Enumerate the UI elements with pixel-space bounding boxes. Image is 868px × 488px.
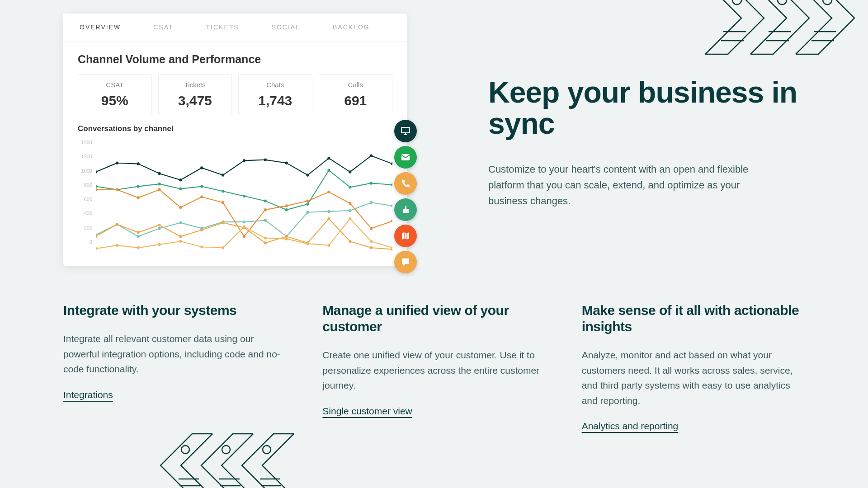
chart-series-green bbox=[96, 170, 392, 210]
metric-label: Calls bbox=[319, 81, 392, 89]
chart-point bbox=[306, 211, 309, 214]
chart-point bbox=[370, 240, 373, 243]
chart-point bbox=[137, 246, 140, 249]
feature-link[interactable]: Integrations bbox=[63, 389, 113, 400]
chart-point bbox=[306, 199, 309, 202]
chart-point bbox=[137, 231, 140, 234]
chart-point bbox=[158, 243, 160, 246]
chart-point bbox=[243, 221, 245, 224]
chart-point bbox=[370, 154, 373, 157]
feature-link[interactable]: Analytics and reporting bbox=[582, 421, 679, 431]
feature-column-2: Make sense of it all with actionable ins… bbox=[582, 302, 805, 432]
y-tick: 0 bbox=[78, 239, 92, 244]
feature-link[interactable]: Single customer view bbox=[322, 406, 412, 416]
chart-point bbox=[179, 188, 182, 191]
metric-label: Tickets bbox=[159, 81, 232, 89]
chart-area: 1400120010008006004002000 bbox=[78, 140, 392, 253]
chart-point bbox=[285, 208, 288, 211]
chart-point bbox=[349, 217, 351, 221]
chart-point bbox=[349, 240, 351, 243]
chart-point bbox=[222, 190, 224, 193]
chart-point bbox=[391, 183, 392, 187]
metric-tickets: Tickets3,475 bbox=[158, 74, 232, 115]
chart-point bbox=[96, 185, 97, 188]
mail-icon[interactable] bbox=[394, 146, 417, 169]
tab-bar: OVERVIEWCSATTICKETSSOCIALBACKLOG bbox=[63, 14, 407, 42]
chart-point bbox=[264, 241, 267, 244]
svg-point-6 bbox=[222, 446, 230, 454]
card-title: Channel Volume and Performance bbox=[78, 53, 392, 66]
chart-point bbox=[264, 219, 267, 222]
thumbs-up-icon[interactable] bbox=[394, 198, 417, 221]
chart-point bbox=[158, 188, 160, 191]
decorative-chevrons-right bbox=[696, 0, 868, 63]
metric-csat: CSAT95% bbox=[78, 74, 152, 115]
map-icon[interactable] bbox=[394, 225, 417, 247]
chart-point bbox=[285, 204, 288, 207]
svg-point-7 bbox=[181, 446, 189, 454]
y-tick: 800 bbox=[78, 182, 92, 188]
chart-point bbox=[349, 202, 351, 205]
chart-point bbox=[264, 199, 267, 202]
svg-point-4 bbox=[823, 0, 832, 5]
chart-point bbox=[264, 237, 267, 240]
chart-point bbox=[137, 185, 140, 188]
chart-point bbox=[96, 188, 97, 191]
chat-icon[interactable] bbox=[394, 251, 417, 273]
chart-point bbox=[179, 178, 182, 182]
chart-point bbox=[222, 201, 224, 204]
chart-point bbox=[243, 195, 245, 198]
chart-point bbox=[243, 225, 245, 229]
chart-point bbox=[285, 162, 288, 165]
chart-point bbox=[179, 221, 182, 225]
metric-label: Chats bbox=[239, 81, 312, 89]
y-tick: 200 bbox=[78, 225, 92, 230]
chart-point bbox=[264, 158, 267, 161]
chart-point bbox=[116, 162, 118, 165]
y-tick: 600 bbox=[78, 197, 92, 202]
chart-point bbox=[222, 174, 224, 177]
y-tick: 400 bbox=[78, 211, 92, 216]
hero-description: Customize to your heart's content with a… bbox=[488, 161, 760, 209]
chart-point bbox=[349, 209, 351, 212]
tab-social[interactable]: SOCIAL bbox=[255, 14, 316, 42]
svg-rect-0 bbox=[401, 127, 410, 133]
chart-point bbox=[200, 196, 203, 199]
feature-column-1: Manage a unified view of your customerCr… bbox=[322, 302, 545, 432]
chart-point bbox=[349, 186, 351, 189]
feature-title: Integrate with your systems bbox=[63, 302, 286, 319]
chart-point bbox=[370, 246, 373, 249]
phone-icon[interactable] bbox=[394, 172, 417, 195]
feature-column-0: Integrate with your systemsIntegrate all… bbox=[63, 302, 286, 432]
y-tick: 1000 bbox=[78, 168, 92, 174]
tab-tickets[interactable]: TICKETS bbox=[190, 14, 255, 42]
hero-title: Keep your business in sync bbox=[488, 77, 805, 140]
chart-point bbox=[222, 246, 224, 249]
chart-point bbox=[200, 166, 203, 169]
chart-point bbox=[391, 162, 392, 165]
feature-description: Integrate all relevant customer data usi… bbox=[63, 331, 286, 377]
chart-point bbox=[158, 172, 160, 175]
metric-value: 95% bbox=[78, 93, 151, 108]
chart-point bbox=[179, 240, 182, 243]
chart-point bbox=[158, 227, 160, 230]
feature-description: Create one unified view of your customer… bbox=[322, 347, 545, 393]
metric-value: 3,475 bbox=[159, 93, 232, 108]
chart-point bbox=[243, 159, 245, 162]
chart-point bbox=[391, 204, 392, 207]
metric-value: 691 bbox=[319, 93, 392, 108]
chart-point bbox=[327, 169, 330, 172]
chart-point bbox=[349, 170, 351, 174]
monitor-icon[interactable] bbox=[394, 120, 417, 142]
chart-point bbox=[200, 185, 203, 188]
chart-point bbox=[137, 196, 140, 199]
tab-overview[interactable]: OVERVIEW bbox=[63, 14, 137, 42]
chart-point bbox=[370, 182, 373, 185]
chart-point bbox=[306, 203, 309, 206]
tab-csat[interactable]: CSAT bbox=[137, 14, 189, 42]
feature-title: Make sense of it all with actionable ins… bbox=[582, 302, 805, 335]
tab-backlog[interactable]: BACKLOG bbox=[316, 14, 386, 42]
chart-point bbox=[306, 174, 309, 177]
chart-point bbox=[327, 191, 330, 194]
svg-point-3 bbox=[778, 0, 787, 5]
